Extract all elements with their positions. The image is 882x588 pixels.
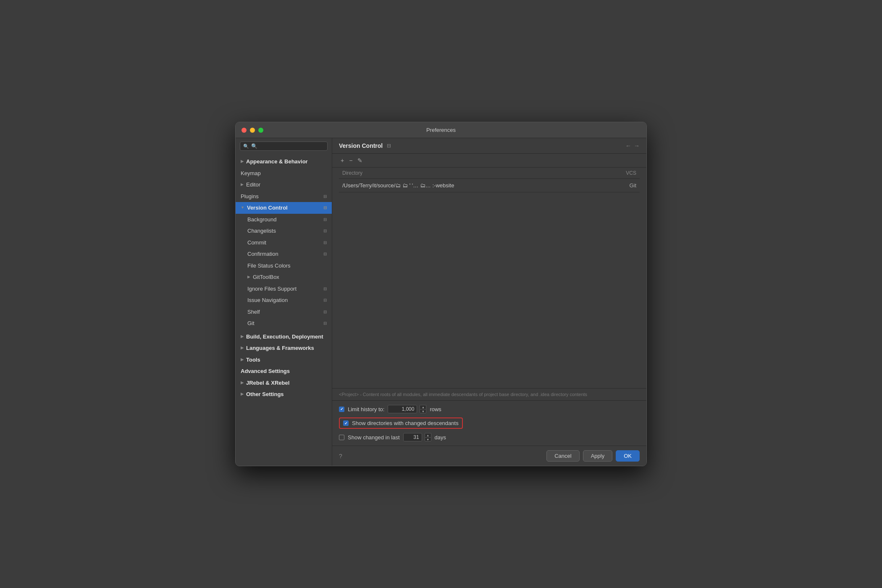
settings-icon: ⊟ bbox=[323, 286, 327, 292]
settings-icon: ⊟ bbox=[323, 216, 327, 223]
toolbar: + − ✎ bbox=[332, 154, 646, 168]
table-row[interactable]: /Users/Terry/it/source/🗂 🗂 ' '… 🗂… :-web… bbox=[339, 179, 640, 192]
sidebar-item-label: Languages & Frameworks bbox=[246, 344, 314, 352]
show-directories-highlight: Show directories with changed descendant… bbox=[339, 417, 463, 429]
limit-history-spinner: ▲ ▼ bbox=[420, 405, 426, 413]
spinner-down[interactable]: ▼ bbox=[425, 437, 431, 441]
sidebar-item-label: Issue Navigation bbox=[247, 296, 288, 304]
show-changed-input[interactable] bbox=[403, 433, 422, 441]
header-nav: ← → bbox=[625, 142, 640, 149]
sidebar-item-label: Commit bbox=[247, 239, 266, 247]
maximize-button[interactable] bbox=[258, 128, 263, 133]
titlebar: Preferences bbox=[236, 122, 646, 138]
sidebar-item-plugins[interactable]: Plugins ⊟ bbox=[236, 191, 332, 202]
sidebar-item-build[interactable]: ▶ Build, Execution, Deployment bbox=[236, 331, 332, 343]
chevron-right-icon: ▶ bbox=[241, 159, 244, 165]
sidebar-item-version-control[interactable]: ▼ Version Control ⊟ bbox=[236, 202, 332, 214]
show-changed-label-after: days bbox=[435, 434, 446, 441]
footer-buttons: Cancel Apply OK bbox=[546, 450, 640, 462]
cell-directory: /Users/Terry/it/source/🗂 🗂 ' '… 🗂… :-web… bbox=[339, 179, 606, 192]
traffic-lights bbox=[242, 128, 263, 133]
sidebar-item-gittoolbox[interactable]: ▶ GitToolBox bbox=[236, 271, 332, 283]
close-button[interactable] bbox=[242, 128, 247, 133]
sidebar-item-confirmation[interactable]: Confirmation ⊟ bbox=[236, 248, 332, 260]
sidebar-item-label: Advanced Settings bbox=[241, 367, 290, 375]
search-input[interactable] bbox=[251, 143, 324, 149]
settings-icon: ⊟ bbox=[323, 297, 327, 303]
limit-history-checkbox[interactable] bbox=[339, 407, 344, 412]
sidebar-item-jrebel[interactable]: ▶ JRebel & XRebel bbox=[236, 377, 332, 389]
search-icon: 🔍 bbox=[243, 144, 249, 149]
footer: ? Cancel Apply OK bbox=[332, 446, 646, 466]
sidebar-item-editor[interactable]: ▶ Editor bbox=[236, 179, 332, 191]
show-changed-checkbox[interactable] bbox=[339, 435, 344, 440]
limit-history-input[interactable] bbox=[388, 405, 417, 413]
main-header: Version Control ⊟ ← → bbox=[332, 138, 646, 154]
chevron-down-icon: ▼ bbox=[241, 205, 244, 211]
add-button[interactable]: + bbox=[339, 156, 346, 165]
vcs-table: Directory VCS /Users/Terry/it/source/🗂 🗂… bbox=[339, 168, 640, 192]
vcs-table-area: Directory VCS /Users/Terry/it/source/🗂 🗂… bbox=[332, 168, 646, 388]
show-changed-label-before: Show changed in last bbox=[348, 434, 400, 441]
show-changed-spinner: ▲ ▼ bbox=[425, 433, 431, 441]
search-box[interactable]: 🔍 bbox=[240, 142, 328, 151]
minimize-button[interactable] bbox=[250, 128, 255, 133]
sidebar-item-appearance[interactable]: ▶ Appearance & Behavior bbox=[236, 156, 332, 168]
sidebar-item-issue-navigation[interactable]: Issue Navigation ⊟ bbox=[236, 294, 332, 306]
window-title: Preferences bbox=[426, 127, 456, 133]
spinner-up[interactable]: ▲ bbox=[425, 433, 431, 437]
settings-icon: ⊟ bbox=[323, 309, 327, 315]
sidebar-item-label: Confirmation bbox=[247, 250, 278, 258]
sidebar-item-keymap[interactable]: Keymap bbox=[236, 168, 332, 179]
sidebar-item-shelf[interactable]: Shelf ⊟ bbox=[236, 306, 332, 318]
edit-button[interactable]: ✎ bbox=[356, 156, 364, 165]
col-directory: Directory bbox=[339, 168, 606, 179]
sidebar-item-commit[interactable]: Commit ⊟ bbox=[236, 237, 332, 249]
project-note: <Project> - Content roots of all modules… bbox=[332, 388, 646, 400]
settings-icon: ⊟ bbox=[323, 205, 327, 211]
sidebar-item-label: Other Settings bbox=[246, 390, 284, 399]
nav-list: ▶ Appearance & Behavior Keymap ▶ Editor … bbox=[236, 154, 332, 402]
spinner-up[interactable]: ▲ bbox=[420, 405, 426, 409]
show-changed-row: Show changed in last ▲ ▼ days bbox=[339, 433, 640, 441]
limit-history-row: Limit history to: ▲ ▼ rows bbox=[339, 405, 640, 413]
settings-icon: ⊟ bbox=[323, 228, 327, 234]
sidebar-item-languages[interactable]: ▶ Languages & Frameworks bbox=[236, 342, 332, 354]
sidebar-item-git[interactable]: Git ⊟ bbox=[236, 318, 332, 329]
bottom-options: Limit history to: ▲ ▼ rows Show director… bbox=[332, 400, 646, 446]
chevron-right-icon: ▶ bbox=[241, 345, 244, 351]
settings-icon: ⊟ bbox=[323, 239, 327, 246]
sidebar-item-label: Shelf bbox=[247, 308, 260, 316]
remove-button[interactable]: − bbox=[347, 156, 354, 165]
main-panel: Version Control ⊟ ← → + − ✎ Directory V bbox=[332, 138, 646, 466]
settings-icon: ⊟ bbox=[323, 251, 327, 257]
sidebar-item-other-settings[interactable]: ▶ Other Settings bbox=[236, 388, 332, 400]
preferences-window: Preferences 🔍 ▶ Appearance & Behavior Ke… bbox=[235, 122, 647, 466]
sidebar: 🔍 ▶ Appearance & Behavior Keymap ▶ Edito… bbox=[236, 138, 332, 466]
sidebar-item-file-status-colors[interactable]: File Status Colors bbox=[236, 260, 332, 272]
sidebar-item-label: JRebel & XRebel bbox=[246, 379, 289, 387]
back-button[interactable]: ← bbox=[625, 142, 631, 149]
chevron-right-icon: ▶ bbox=[247, 274, 250, 280]
sidebar-item-label: Version Control bbox=[247, 204, 288, 212]
forward-button[interactable]: → bbox=[634, 142, 640, 149]
apply-button[interactable]: Apply bbox=[583, 450, 613, 462]
sidebar-item-label: Background bbox=[247, 215, 276, 224]
show-directories-checkbox[interactable] bbox=[343, 420, 349, 426]
help-button[interactable]: ? bbox=[339, 453, 342, 459]
panel-title: Version Control bbox=[339, 142, 383, 149]
sidebar-item-label: Ignore Files Support bbox=[247, 285, 297, 293]
settings-icon: ⊟ bbox=[323, 320, 327, 326]
show-directories-row: Show directories with changed descendant… bbox=[339, 417, 640, 429]
sidebar-item-background[interactable]: Background ⊟ bbox=[236, 214, 332, 226]
panel-settings-icon: ⊟ bbox=[387, 143, 391, 149]
limit-history-label-after: rows bbox=[430, 406, 441, 412]
ok-button[interactable]: OK bbox=[616, 450, 640, 462]
sidebar-item-advanced-settings[interactable]: Advanced Settings bbox=[236, 365, 332, 377]
sidebar-item-changelists[interactable]: Changelists ⊟ bbox=[236, 225, 332, 237]
col-vcs: VCS bbox=[606, 168, 640, 179]
spinner-down[interactable]: ▼ bbox=[420, 409, 426, 413]
cancel-button[interactable]: Cancel bbox=[546, 450, 579, 462]
sidebar-item-ignore-files[interactable]: Ignore Files Support ⊟ bbox=[236, 283, 332, 295]
sidebar-item-tools[interactable]: ▶ Tools bbox=[236, 354, 332, 366]
